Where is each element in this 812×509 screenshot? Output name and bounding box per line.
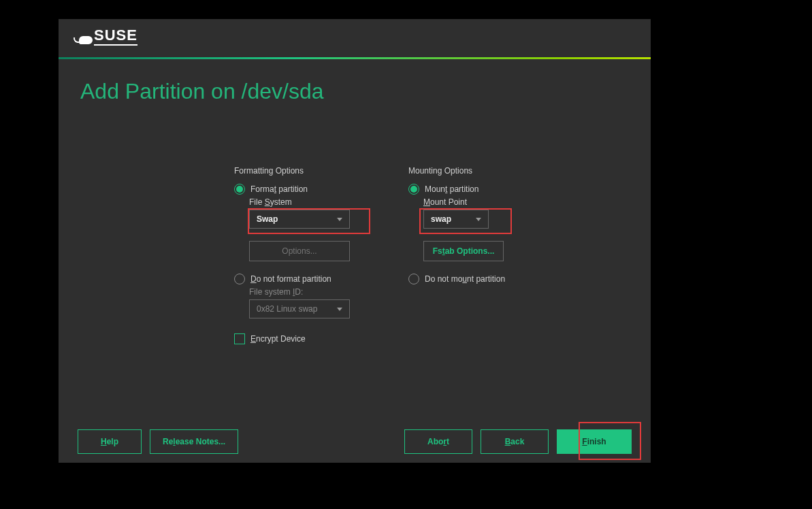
suse-logo: SUSE <box>74 16 137 46</box>
no-format-radio[interactable]: Do not format partition <box>234 274 350 284</box>
no-mount-label: Do not mount partition <box>425 274 505 284</box>
fstab-options-button[interactable]: Fstab Options... <box>423 241 504 261</box>
format-partition-radio[interactable]: Format partition <box>234 184 350 195</box>
finish-button[interactable]: Finish <box>557 429 632 454</box>
chevron-down-icon <box>476 218 481 221</box>
fsid-value: 0x82 Linux swap <box>257 304 317 314</box>
radio-selected-icon <box>408 184 419 195</box>
radio-unselected-icon <box>234 274 245 284</box>
mount-point-value: swap <box>431 214 451 224</box>
fsid-select: 0x82 Linux swap <box>249 299 350 318</box>
no-format-label: Do not format partition <box>250 274 331 284</box>
radio-selected-icon <box>234 184 245 195</box>
chevron-down-icon <box>337 308 342 311</box>
filesystem-label: File System <box>249 197 350 207</box>
page-title: Add Partition on /dev/sda <box>80 79 324 104</box>
footer-bar: Help Release Notes... Abort Back Finish <box>59 421 651 463</box>
mounting-section: Mounting Options Mount partition Mount P… <box>408 166 505 287</box>
mount-partition-radio[interactable]: Mount partition <box>408 184 505 195</box>
fsid-label: File system ID: <box>249 287 350 297</box>
encrypt-label: Encrypt Device <box>250 334 306 344</box>
chameleon-icon <box>74 29 93 46</box>
release-notes-button[interactable]: Release Notes... <box>150 429 238 454</box>
brand-text: SUSE <box>94 27 137 46</box>
formatting-header: Formatting Options <box>234 166 350 176</box>
abort-button[interactable]: Abort <box>404 429 472 454</box>
mount-partition-label: Mount partition <box>425 184 478 194</box>
mount-point-select[interactable]: swap <box>423 210 489 229</box>
back-button[interactable]: Back <box>481 429 549 454</box>
header-divider <box>59 57 651 59</box>
formatting-section: Formatting Options Format partition File… <box>234 166 350 344</box>
footer-right-group: Abort Back Finish <box>404 429 632 454</box>
no-mount-radio[interactable]: Do not mount partition <box>408 274 505 284</box>
filesystem-select[interactable]: Swap <box>249 210 350 229</box>
checkbox-icon <box>234 333 245 344</box>
format-partition-label: Format partition <box>250 184 308 194</box>
help-button[interactable]: Help <box>78 429 142 454</box>
installer-window: SUSE Add Partition on /dev/sda Formattin… <box>59 19 651 463</box>
mounting-header: Mounting Options <box>408 166 505 176</box>
filesystem-value: Swap <box>257 214 278 224</box>
encrypt-device-checkbox[interactable]: Encrypt Device <box>234 333 350 344</box>
format-options-button: Options... <box>249 241 350 261</box>
mount-point-label: Mount Point <box>423 197 505 207</box>
footer-left-group: Help Release Notes... <box>78 429 238 454</box>
chevron-down-icon <box>337 218 342 221</box>
radio-unselected-icon <box>408 274 419 284</box>
